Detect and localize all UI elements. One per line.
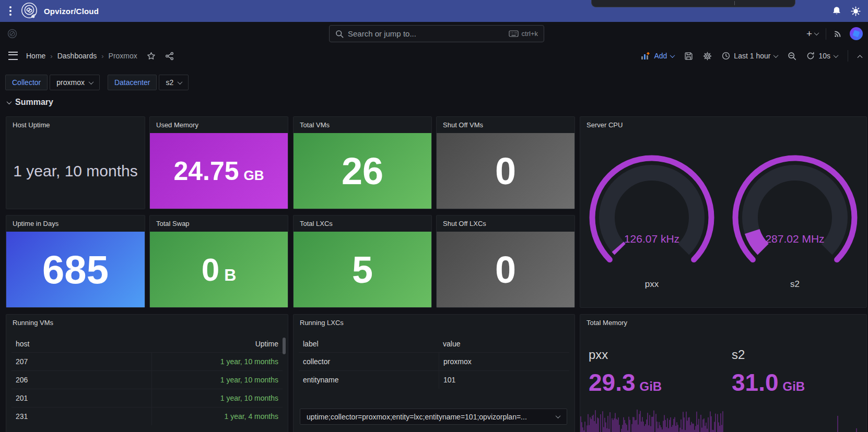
svg-text:287.02 MHz: 287.02 MHz (765, 233, 824, 245)
table-cell: entityname (299, 371, 439, 389)
refresh-picker[interactable]: 10s (806, 52, 838, 60)
metric-select-dropdown[interactable]: uptime;collector=proxmox;entity=lxc;enti… (300, 409, 567, 425)
stat-label: pxx (589, 347, 723, 362)
section-title: Summary (15, 98, 53, 107)
chevron-down-icon (814, 30, 819, 35)
chevron-down-icon (88, 79, 93, 85)
panel-running-vms: Running VMs hostUptime2071 year, 10 mont… (6, 314, 288, 432)
plus-icon: + (806, 28, 812, 40)
search-placeholder: Search or jump to... (348, 29, 416, 38)
table-cell: collector (299, 353, 439, 370)
stat-value: 24.75GB (150, 133, 288, 209)
table-cell: 1 year, 10 months (151, 389, 283, 407)
stat-value: 0 (437, 133, 574, 209)
datacenter-variable-select[interactable]: s2 (159, 75, 189, 90)
search-shortcut: ctrl+k (522, 30, 538, 38)
table-row[interactable]: 2071 year, 10 months (11, 352, 283, 370)
share-icon[interactable] (165, 52, 174, 61)
app-title: Opvizor/Cloud (44, 7, 99, 16)
column-header[interactable]: value (439, 340, 569, 348)
time-range-label: Last 1 hour (734, 52, 770, 60)
panel-shut-off-vms: Shut Off VMs 0 (436, 116, 575, 209)
panel-total-swap: Total Swap 0B (149, 215, 288, 308)
collapse-chevron-up-icon[interactable] (858, 55, 863, 60)
stat-value: 31.0 GiB (732, 370, 866, 394)
gauge-s2[interactable]: 287.02 MHz s2 (723, 155, 866, 290)
save-dashboard-icon[interactable] (684, 52, 693, 61)
grafana-home-logo-icon[interactable] (7, 29, 17, 39)
kebab-menu-icon[interactable] (9, 6, 11, 16)
panel-server-cpu: Server CPU 126.07 kHz pxx 287.02 MHz s2 (580, 116, 867, 308)
panel-title[interactable]: Total VMs (294, 117, 431, 133)
column-header[interactable]: Uptime (151, 340, 283, 348)
table-row[interactable]: 2061 year, 10 months (11, 370, 283, 389)
news-rss-icon[interactable] (834, 29, 842, 38)
clock-icon (722, 52, 730, 60)
search-input[interactable]: Search or jump to... ctrl+k (329, 25, 544, 42)
column-header[interactable]: label (299, 340, 439, 348)
panel-total-vms: Total VMs 26 (293, 116, 432, 209)
stat-value: 685 (6, 232, 145, 307)
add-chart-icon (641, 52, 650, 60)
panel-title[interactable]: Shut Off LXCs (437, 215, 574, 232)
table-row[interactable]: 2011 year, 10 months (11, 389, 283, 407)
table-row[interactable]: collectorproxmox (299, 352, 569, 370)
table-cell: 1 year, 10 months (151, 371, 283, 389)
table-row[interactable]: entityname101 (299, 370, 569, 389)
stat-value: 29.3 GiB (589, 370, 723, 394)
panel-uptime-in-days: Uptime in Days 685 (6, 215, 145, 308)
panel-title[interactable]: Used Memory (150, 117, 288, 133)
sparkline-pxx (580, 410, 723, 432)
divider (826, 28, 826, 40)
datacenter-variable-label: Datacenter (108, 75, 157, 90)
panel-title[interactable]: Total Swap (150, 215, 288, 232)
favorite-star-icon[interactable] (147, 52, 156, 61)
column-header[interactable]: host (11, 340, 151, 348)
table-scrollbar[interactable] (283, 338, 286, 354)
table-cell: 201 (11, 389, 151, 407)
panel-host-uptime: Host Uptime 1 year, 10 months (6, 116, 145, 209)
breadcrumb-item[interactable]: Dashboards (57, 52, 97, 60)
collector-variable-select[interactable]: proxmox (50, 75, 100, 90)
chevron-down-icon (670, 53, 675, 58)
breadcrumb-item[interactable]: Home (26, 52, 45, 60)
gauge-label: pxx (645, 279, 659, 290)
mega-menu-icon[interactable] (8, 52, 18, 60)
panel-title[interactable]: Running LXCs (294, 315, 574, 331)
stat-value: 1 year, 10 months (6, 133, 145, 209)
panel-used-memory: Used Memory 24.75GB (149, 116, 288, 209)
memory-stat-s2: s2 31.0 GiB (723, 331, 866, 432)
table-cell: 1 year, 10 months (151, 353, 283, 370)
grafana-proxmox-dashboard: { "app_bar": { "title": "Opvizor/Cloud" … (0, 0, 868, 432)
notifications-bell-icon[interactable] (832, 6, 841, 16)
keyboard-icon (509, 30, 519, 37)
svg-text:126.07 kHz: 126.07 kHz (624, 233, 679, 245)
summary-row-toggle[interactable]: Summary (7, 98, 53, 107)
panel-title[interactable]: Host Uptime (6, 117, 145, 133)
zoom-out-icon[interactable] (788, 52, 796, 61)
panel-running-lxcs: Running LXCs labelvaluecollectorproxmoxe… (293, 314, 575, 432)
table-cell: 101 (439, 371, 569, 389)
panel-title[interactable]: Total LXCs (294, 215, 431, 232)
panel-title[interactable]: Shut Off VMs (437, 117, 574, 133)
panel-title[interactable]: Running VMs (6, 315, 288, 331)
panel-title[interactable]: Uptime in Days (6, 215, 145, 232)
table-header: hostUptime (11, 335, 283, 352)
search-icon (335, 30, 344, 38)
memory-stat-pxx: pxx 29.3 GiB (580, 331, 723, 432)
time-range-picker[interactable]: Last 1 hour (722, 52, 778, 60)
table-row[interactable]: 2311 year, 4 months (11, 407, 283, 425)
table-cell: 1 year, 4 months (151, 407, 283, 425)
breadcrumb-item[interactable]: Proxmox (109, 52, 137, 60)
stat-label: s2 (732, 347, 866, 362)
dashboard-settings-gear-icon[interactable] (703, 52, 712, 61)
panel-title[interactable]: Total Memory (580, 315, 866, 331)
theme-sun-icon[interactable] (851, 6, 861, 16)
panel-title[interactable]: Server CPU (580, 117, 866, 133)
template-variables: Collector proxmox Datacenter s2 (5, 75, 189, 90)
new-item-button[interactable]: + (806, 28, 818, 40)
user-avatar[interactable] (850, 27, 863, 40)
gauge-pxx[interactable]: 126.07 kHz pxx (580, 155, 723, 290)
add-panel-button[interactable]: Add (641, 52, 674, 60)
panel-total-lxcs: Total LXCs 5 (293, 215, 432, 308)
